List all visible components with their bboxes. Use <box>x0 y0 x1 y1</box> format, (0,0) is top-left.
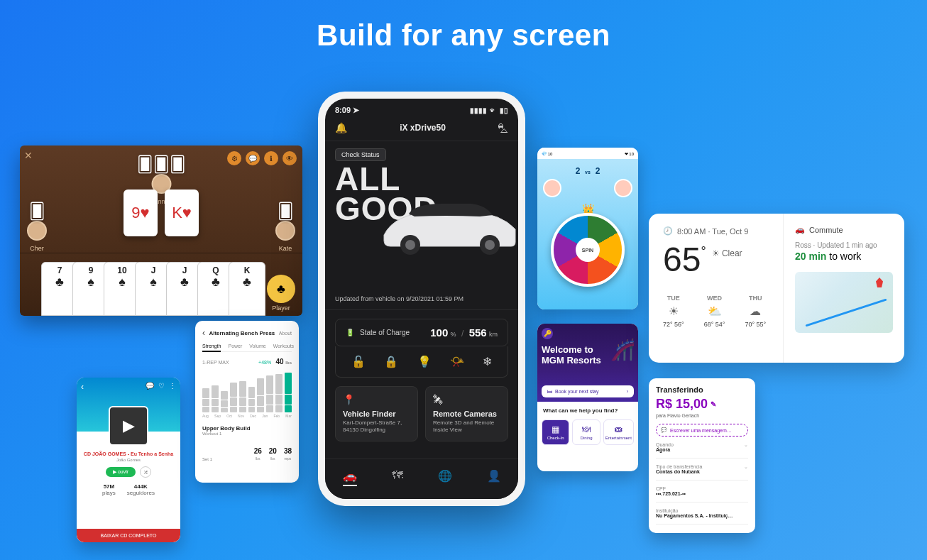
key-icon[interactable]: 🔑 <box>542 328 553 339</box>
wifi-icon: ᯤ <box>490 106 497 114</box>
chat-icon[interactable]: 💬 <box>146 382 154 390</box>
location-icon: ➤ <box>353 106 359 114</box>
opponent-avatar[interactable] <box>614 179 632 197</box>
download-cta-button[interactable]: BAIXAR CD COMPLETO <box>77 529 180 542</box>
phone-screen: 8:09 ➤ ▮▮▮▮ ᯤ ▮▯ 🔔 iX xDrive50 ⛍ Check S… <box>325 99 518 499</box>
vehicle-finder-card[interactable]: 📍 Vehicle Finder Karl-Dompert-Straße 7, … <box>335 386 418 442</box>
chat-icon[interactable]: 💬 <box>246 151 260 165</box>
coaster-art: 🎢 <box>610 338 635 361</box>
horn-icon[interactable]: 📯 <box>450 355 464 368</box>
charge-values: 100 % / 556 km <box>430 326 498 339</box>
lives-icon: ❤ 10 <box>625 151 634 156</box>
eye-icon[interactable]: 👁 <box>283 151 297 165</box>
shuffle-icon[interactable]: ⤮ <box>140 466 151 478</box>
tab-volume[interactable]: Volume <box>249 344 265 348</box>
mgm-entertainment-button[interactable]: 🎟Entertainment <box>603 419 634 445</box>
tab-strength[interactable]: Strength <box>202 344 221 352</box>
spin-wheel[interactable]: SPIN <box>551 213 625 287</box>
bell-icon[interactable]: 🔔 <box>335 122 347 133</box>
hand-card[interactable]: K♣ <box>229 262 265 316</box>
transfer-row[interactable]: QuandoAgora⌄ <box>656 437 748 459</box>
sun-icon: ☀ <box>712 248 722 258</box>
clubs-icon: ♣ <box>267 275 295 303</box>
tab-discover-icon[interactable]: 🌐 <box>438 469 452 486</box>
back-icon[interactable]: ‹ <box>81 382 84 392</box>
commute-eta: 20 min to work <box>795 251 893 262</box>
headlights-icon[interactable]: 💡 <box>417 355 432 368</box>
chevron-right-icon: › <box>627 389 628 394</box>
forecast-day: TUE☀72° 56° <box>663 295 684 328</box>
mgm-help-heading: What can we help you find? <box>537 402 638 419</box>
nubank-transfer-tile: Transferindo R$ 15,00✎ para Flavio Gerla… <box>649 378 755 533</box>
card-back-icon: 🂠🂠🂠 <box>137 155 186 174</box>
about-link[interactable]: About <box>279 331 292 336</box>
transfer-row[interactable]: Tipo de transferênciaContas do Nubank⌄ <box>656 459 748 481</box>
quick-actions: 🔓 🔒 💡 📯 ❄ <box>335 346 508 378</box>
charge-label: State of Charge <box>360 329 410 336</box>
gear-icon[interactable]: ⚙ <box>227 151 241 165</box>
set-label: Set 1 <box>202 457 212 461</box>
player-hand: 7♣9♠10♠J♠J♣Q♣K♣ <box>47 262 265 316</box>
workout-chart-xaxis: AugSepOctNovDecJanFebMar <box>202 414 292 418</box>
avatar <box>275 221 295 241</box>
one-rep-max-value: 40 lbs <box>275 358 292 366</box>
satellite-icon: 🛰 <box>433 394 500 405</box>
more-icon[interactable]: ⋮ <box>169 382 176 390</box>
play-button[interactable]: ▶ ouvir <box>106 467 136 477</box>
close-icon[interactable]: ✕ <box>24 150 37 163</box>
book-stay-button[interactable]: 🛏Book your next stay › <box>542 385 634 397</box>
weather-commute-tile: 🕗8:00 AM · Tue, Oct 9 65° ☀ Clear TUE☀72… <box>649 214 904 363</box>
back-icon[interactable]: ‹ <box>202 328 205 338</box>
played-card: 9♥ <box>124 190 158 236</box>
forecast-row: TUE☀72° 56°WED⛅68° 54°THU☁70° 55° <box>663 295 769 328</box>
workout-plan-sub: Workout 1 <box>202 432 292 436</box>
transfer-title: Transferindo <box>656 385 748 394</box>
tab-power[interactable]: Power <box>228 344 242 348</box>
card-subtitle: Karl-Dompert-Straße 7, 84130 Dingolfing <box>343 419 410 434</box>
player-name: Kate <box>275 245 295 252</box>
mgm-check-in-button[interactable]: ▦Check-In <box>542 419 569 445</box>
tab-vehicle-icon[interactable]: 🚗 <box>343 469 357 486</box>
svg-point-1 <box>405 240 415 250</box>
tab-profile-icon[interactable]: 👤 <box>487 469 501 486</box>
transfer-amount[interactable]: R$ 15,00✎ <box>656 397 748 412</box>
car-icon: 🚗 <box>795 225 805 234</box>
mgm-dining-button[interactable]: 🍽Dining <box>572 419 600 445</box>
chevron-down-icon: ⌄ <box>744 442 748 452</box>
card-back-icon: 🂠 <box>27 202 47 221</box>
tab-workouts[interactable]: Workouts <box>273 344 294 348</box>
spin-button[interactable]: SPIN <box>576 238 600 262</box>
album-art[interactable]: ▶ <box>109 406 148 446</box>
table-edge <box>20 253 302 253</box>
svg-point-3 <box>485 240 495 250</box>
bottom-tabbar: 🚗 🗺 🌐 👤 <box>325 459 518 499</box>
write-message-button[interactable]: 💬Escrever uma mensagem… <box>656 424 748 437</box>
check-status-button[interactable]: Check Status <box>335 148 386 161</box>
mgm-tile: 🔑 Welcome to MGM Resorts 🎢 🛏Book your ne… <box>537 324 638 471</box>
remote-cameras-card[interactable]: 🛰 Remote Cameras Remote 3D and Remote In… <box>425 386 508 442</box>
climate-icon[interactable]: ❄ <box>483 355 492 368</box>
card-game-toolbar: ⚙ 💬 ℹ 👁 <box>227 151 297 165</box>
charge-row[interactable]: 🔋State of Charge 100 % / 556 km <box>335 319 508 346</box>
workout-set-numbers: 26lbs20lbs38reps <box>254 447 292 461</box>
one-rep-max-delta: +48% <box>258 360 271 365</box>
artist-name: João Gomes <box>82 458 175 462</box>
phone-frame: 8:09 ➤ ▮▮▮▮ ᯤ ▮▯ 🔔 iX xDrive50 ⛍ Check S… <box>318 92 525 506</box>
player-avatar[interactable] <box>543 179 561 197</box>
music-player-tile: ‹ 💬 ♡ ⋮ ▶ CD JOÃO GOMES - Eu Tenho a Sen… <box>77 378 180 542</box>
commute-map[interactable] <box>795 272 893 333</box>
signal-icon: ▮▮▮▮ <box>470 106 487 114</box>
statusbar: 8:09 ➤ ▮▮▮▮ ᯤ ▮▯ <box>325 99 518 118</box>
stat-followers: 444Kseguidores <box>127 483 155 496</box>
car-outline-icon[interactable]: ⛍ <box>498 122 508 133</box>
lock-icon[interactable]: 🔒 <box>384 355 398 368</box>
unlock-icon[interactable]: 🔓 <box>351 355 366 368</box>
transfer-row: CPF•••.725.021-•• <box>656 481 748 503</box>
info-icon[interactable]: ℹ <box>264 151 278 165</box>
tab-map-icon[interactable]: 🗺 <box>392 469 403 486</box>
battery-icon: 🔋 <box>346 329 354 336</box>
vehicle-model[interactable]: iX xDrive50 <box>400 123 446 133</box>
workout-tile: ‹ Alternating Bench Press About Strength… <box>195 321 299 483</box>
edit-icon[interactable]: ✎ <box>711 400 716 408</box>
heart-icon[interactable]: ♡ <box>158 382 165 390</box>
